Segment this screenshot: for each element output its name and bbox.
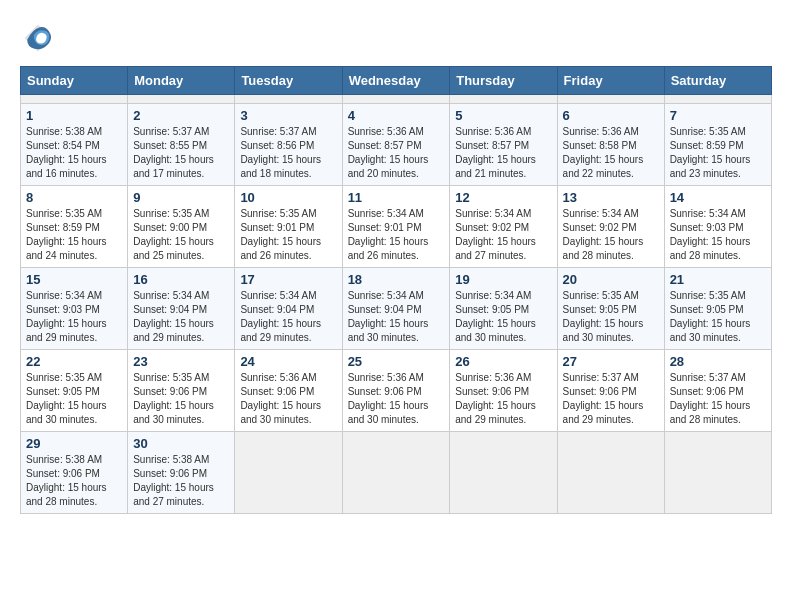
calendar-cell: 20Sunrise: 5:35 AM Sunset: 9:05 PM Dayli… bbox=[557, 268, 664, 350]
day-number: 5 bbox=[455, 108, 551, 123]
calendar-cell bbox=[557, 432, 664, 514]
day-header-thursday: Thursday bbox=[450, 67, 557, 95]
day-number: 23 bbox=[133, 354, 229, 369]
calendar-week-row bbox=[21, 95, 772, 104]
calendar-table: SundayMondayTuesdayWednesdayThursdayFrid… bbox=[20, 66, 772, 514]
calendar-cell: 3Sunrise: 5:37 AM Sunset: 8:56 PM Daylig… bbox=[235, 104, 342, 186]
day-header-friday: Friday bbox=[557, 67, 664, 95]
cell-info: Sunrise: 5:34 AM Sunset: 9:03 PM Dayligh… bbox=[26, 289, 122, 345]
day-header-wednesday: Wednesday bbox=[342, 67, 450, 95]
logo bbox=[20, 20, 60, 56]
cell-info: Sunrise: 5:37 AM Sunset: 9:06 PM Dayligh… bbox=[563, 371, 659, 427]
cell-info: Sunrise: 5:37 AM Sunset: 8:56 PM Dayligh… bbox=[240, 125, 336, 181]
calendar-cell: 15Sunrise: 5:34 AM Sunset: 9:03 PM Dayli… bbox=[21, 268, 128, 350]
calendar-cell: 7Sunrise: 5:35 AM Sunset: 8:59 PM Daylig… bbox=[664, 104, 771, 186]
day-number: 26 bbox=[455, 354, 551, 369]
day-number: 13 bbox=[563, 190, 659, 205]
day-number: 1 bbox=[26, 108, 122, 123]
cell-info: Sunrise: 5:35 AM Sunset: 9:05 PM Dayligh… bbox=[563, 289, 659, 345]
calendar-cell: 11Sunrise: 5:34 AM Sunset: 9:01 PM Dayli… bbox=[342, 186, 450, 268]
calendar-cell: 9Sunrise: 5:35 AM Sunset: 9:00 PM Daylig… bbox=[128, 186, 235, 268]
day-header-monday: Monday bbox=[128, 67, 235, 95]
day-number: 3 bbox=[240, 108, 336, 123]
calendar-week-row: 29Sunrise: 5:38 AM Sunset: 9:06 PM Dayli… bbox=[21, 432, 772, 514]
day-number: 16 bbox=[133, 272, 229, 287]
calendar-cell: 29Sunrise: 5:38 AM Sunset: 9:06 PM Dayli… bbox=[21, 432, 128, 514]
day-number: 14 bbox=[670, 190, 766, 205]
day-number: 17 bbox=[240, 272, 336, 287]
cell-info: Sunrise: 5:37 AM Sunset: 9:06 PM Dayligh… bbox=[670, 371, 766, 427]
day-number: 29 bbox=[26, 436, 122, 451]
cell-info: Sunrise: 5:35 AM Sunset: 8:59 PM Dayligh… bbox=[670, 125, 766, 181]
cell-info: Sunrise: 5:35 AM Sunset: 9:01 PM Dayligh… bbox=[240, 207, 336, 263]
calendar-cell: 25Sunrise: 5:36 AM Sunset: 9:06 PM Dayli… bbox=[342, 350, 450, 432]
day-number: 12 bbox=[455, 190, 551, 205]
day-number: 7 bbox=[670, 108, 766, 123]
calendar-cell: 16Sunrise: 5:34 AM Sunset: 9:04 PM Dayli… bbox=[128, 268, 235, 350]
calendar-cell: 8Sunrise: 5:35 AM Sunset: 8:59 PM Daylig… bbox=[21, 186, 128, 268]
calendar-cell: 22Sunrise: 5:35 AM Sunset: 9:05 PM Dayli… bbox=[21, 350, 128, 432]
day-number: 20 bbox=[563, 272, 659, 287]
cell-info: Sunrise: 5:36 AM Sunset: 9:06 PM Dayligh… bbox=[455, 371, 551, 427]
day-number: 11 bbox=[348, 190, 445, 205]
calendar-cell bbox=[450, 432, 557, 514]
calendar-cell: 27Sunrise: 5:37 AM Sunset: 9:06 PM Dayli… bbox=[557, 350, 664, 432]
calendar-cell bbox=[21, 95, 128, 104]
calendar-cell: 14Sunrise: 5:34 AM Sunset: 9:03 PM Dayli… bbox=[664, 186, 771, 268]
calendar-cell: 19Sunrise: 5:34 AM Sunset: 9:05 PM Dayli… bbox=[450, 268, 557, 350]
day-number: 4 bbox=[348, 108, 445, 123]
calendar-cell: 13Sunrise: 5:34 AM Sunset: 9:02 PM Dayli… bbox=[557, 186, 664, 268]
calendar-cell: 21Sunrise: 5:35 AM Sunset: 9:05 PM Dayli… bbox=[664, 268, 771, 350]
cell-info: Sunrise: 5:34 AM Sunset: 9:04 PM Dayligh… bbox=[133, 289, 229, 345]
calendar-cell: 4Sunrise: 5:36 AM Sunset: 8:57 PM Daylig… bbox=[342, 104, 450, 186]
day-number: 9 bbox=[133, 190, 229, 205]
calendar-cell bbox=[342, 432, 450, 514]
cell-info: Sunrise: 5:34 AM Sunset: 9:04 PM Dayligh… bbox=[240, 289, 336, 345]
cell-info: Sunrise: 5:38 AM Sunset: 8:54 PM Dayligh… bbox=[26, 125, 122, 181]
calendar-cell: 2Sunrise: 5:37 AM Sunset: 8:55 PM Daylig… bbox=[128, 104, 235, 186]
calendar-cell: 23Sunrise: 5:35 AM Sunset: 9:06 PM Dayli… bbox=[128, 350, 235, 432]
cell-info: Sunrise: 5:38 AM Sunset: 9:06 PM Dayligh… bbox=[133, 453, 229, 509]
calendar-cell bbox=[450, 95, 557, 104]
day-number: 15 bbox=[26, 272, 122, 287]
calendar-cell bbox=[664, 432, 771, 514]
calendar-cell bbox=[235, 95, 342, 104]
day-number: 6 bbox=[563, 108, 659, 123]
calendar-cell bbox=[557, 95, 664, 104]
day-number: 27 bbox=[563, 354, 659, 369]
day-number: 25 bbox=[348, 354, 445, 369]
calendar-cell: 30Sunrise: 5:38 AM Sunset: 9:06 PM Dayli… bbox=[128, 432, 235, 514]
calendar-week-row: 8Sunrise: 5:35 AM Sunset: 8:59 PM Daylig… bbox=[21, 186, 772, 268]
day-number: 21 bbox=[670, 272, 766, 287]
cell-info: Sunrise: 5:35 AM Sunset: 9:00 PM Dayligh… bbox=[133, 207, 229, 263]
calendar-cell bbox=[235, 432, 342, 514]
cell-info: Sunrise: 5:35 AM Sunset: 9:05 PM Dayligh… bbox=[26, 371, 122, 427]
day-number: 19 bbox=[455, 272, 551, 287]
page-header bbox=[20, 20, 772, 56]
calendar-cell bbox=[664, 95, 771, 104]
calendar-cell: 1Sunrise: 5:38 AM Sunset: 8:54 PM Daylig… bbox=[21, 104, 128, 186]
calendar-cell bbox=[128, 95, 235, 104]
day-header-saturday: Saturday bbox=[664, 67, 771, 95]
cell-info: Sunrise: 5:36 AM Sunset: 8:58 PM Dayligh… bbox=[563, 125, 659, 181]
cell-info: Sunrise: 5:38 AM Sunset: 9:06 PM Dayligh… bbox=[26, 453, 122, 509]
cell-info: Sunrise: 5:34 AM Sunset: 9:01 PM Dayligh… bbox=[348, 207, 445, 263]
calendar-cell: 26Sunrise: 5:36 AM Sunset: 9:06 PM Dayli… bbox=[450, 350, 557, 432]
cell-info: Sunrise: 5:34 AM Sunset: 9:05 PM Dayligh… bbox=[455, 289, 551, 345]
day-number: 28 bbox=[670, 354, 766, 369]
day-number: 10 bbox=[240, 190, 336, 205]
calendar-cell: 28Sunrise: 5:37 AM Sunset: 9:06 PM Dayli… bbox=[664, 350, 771, 432]
cell-info: Sunrise: 5:34 AM Sunset: 9:02 PM Dayligh… bbox=[563, 207, 659, 263]
calendar-cell: 17Sunrise: 5:34 AM Sunset: 9:04 PM Dayli… bbox=[235, 268, 342, 350]
calendar-week-row: 1Sunrise: 5:38 AM Sunset: 8:54 PM Daylig… bbox=[21, 104, 772, 186]
day-number: 24 bbox=[240, 354, 336, 369]
day-number: 22 bbox=[26, 354, 122, 369]
cell-info: Sunrise: 5:35 AM Sunset: 9:06 PM Dayligh… bbox=[133, 371, 229, 427]
cell-info: Sunrise: 5:37 AM Sunset: 8:55 PM Dayligh… bbox=[133, 125, 229, 181]
calendar-cell: 12Sunrise: 5:34 AM Sunset: 9:02 PM Dayli… bbox=[450, 186, 557, 268]
cell-info: Sunrise: 5:35 AM Sunset: 9:05 PM Dayligh… bbox=[670, 289, 766, 345]
cell-info: Sunrise: 5:34 AM Sunset: 9:03 PM Dayligh… bbox=[670, 207, 766, 263]
cell-info: Sunrise: 5:36 AM Sunset: 9:06 PM Dayligh… bbox=[348, 371, 445, 427]
cell-info: Sunrise: 5:34 AM Sunset: 9:04 PM Dayligh… bbox=[348, 289, 445, 345]
calendar-header-row: SundayMondayTuesdayWednesdayThursdayFrid… bbox=[21, 67, 772, 95]
